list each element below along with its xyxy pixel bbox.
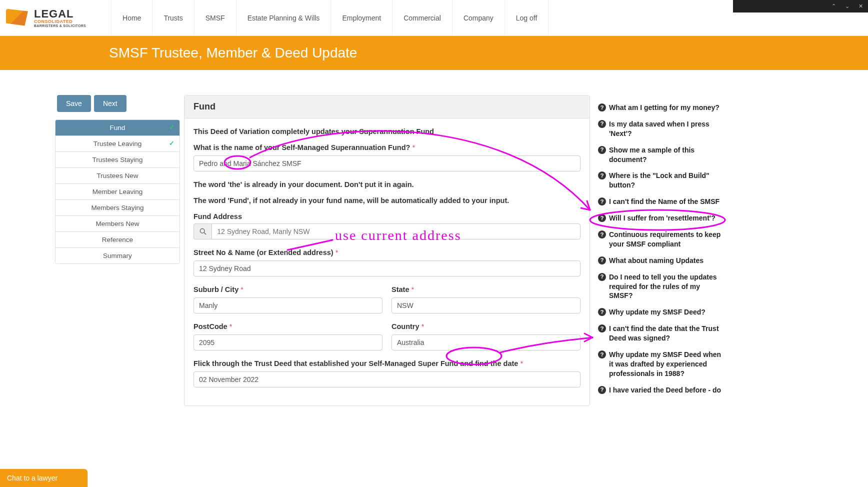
state-input[interactable] [392, 298, 580, 314]
nav-smsf[interactable]: SMSF [194, 0, 236, 36]
date-input[interactable] [194, 372, 580, 388]
question-icon: ? [598, 104, 606, 112]
find-close-icon[interactable]: ✕ [858, 3, 863, 10]
faq-sidebar: ?What am I getting for my money??Is my d… [598, 95, 726, 402]
brand-line2: BARRISTERS & SOLICITORS [34, 24, 86, 28]
postcode-label: PostCode * [194, 322, 382, 330]
nav-company[interactable]: Company [452, 0, 504, 36]
faq-text: I can't find the Name of the SMSF [609, 197, 720, 206]
question-icon: ? [598, 214, 606, 222]
faq-item-9[interactable]: ?Why update my SMSF Deed? [598, 308, 726, 317]
faq-text: Why update my SMSF Deed? [609, 308, 706, 317]
browser-find-overlay: ⌃ ⌄ ✕ [733, 0, 868, 12]
step-trustees-new[interactable]: Trustees New [56, 168, 180, 184]
intro-text: This Deed of Variation completely update… [194, 128, 580, 136]
street-label: Street No & Name (or Extended address) * [194, 248, 580, 256]
find-next-icon[interactable]: ⌄ [845, 3, 850, 10]
step-member-leaving[interactable]: Member Leaving [56, 184, 180, 200]
question-icon: ? [598, 120, 606, 128]
fund-name-input[interactable] [194, 156, 580, 172]
faq-item-0[interactable]: ?What am I getting for my money? [598, 103, 726, 112]
step-list: Fund✓Trustee Leaving✓Trustees StayingTru… [55, 120, 180, 264]
logo-icon [5, 8, 30, 28]
address-search-input[interactable] [212, 224, 580, 240]
step-summary[interactable]: Summary [56, 248, 180, 264]
nav-employment[interactable]: Employment [330, 0, 392, 36]
question-icon: ? [598, 350, 606, 358]
step-members-staying[interactable]: Members Staying [56, 200, 180, 216]
faq-text: Do I need to tell you the updates requir… [609, 272, 726, 301]
question-icon: ? [598, 386, 606, 394]
faq-text: Where is the "Lock and Build" button? [609, 171, 726, 190]
check-icon: ✓ [169, 140, 174, 147]
faq-text: I can't find the date that the Trust Dee… [609, 324, 726, 343]
fund-address-label: Fund Address [194, 212, 580, 220]
faq-item-8[interactable]: ?Do I need to tell you the updates requi… [598, 272, 726, 301]
date-label: Flick through the Trust Deed that establ… [194, 360, 580, 368]
question-icon: ? [598, 324, 606, 332]
suburb-label: Suburb / City * [194, 286, 382, 294]
question-icon: ? [598, 230, 606, 238]
fund-name-label: What is the name of your Self-Managed Su… [194, 144, 580, 152]
faq-item-3[interactable]: ?Where is the "Lock and Build" button? [598, 171, 726, 190]
faq-item-10[interactable]: ?I can't find the date that the Trust De… [598, 324, 726, 343]
faq-text: What about naming Updates [609, 256, 704, 266]
find-prev-icon[interactable]: ⌃ [832, 3, 836, 10]
step-trustee-leaving[interactable]: Trustee Leaving✓ [56, 136, 180, 152]
question-icon: ? [598, 256, 606, 264]
street-input[interactable] [194, 260, 580, 276]
page-banner: SMSF Trustee, Member & Deed Update [0, 36, 868, 70]
faq-text: I have varied the Deed before - do [609, 386, 721, 395]
faq-item-4[interactable]: ?I can't find the Name of the SMSF [598, 197, 726, 206]
step-fund[interactable]: Fund✓ [56, 120, 180, 136]
faq-item-2[interactable]: ?Show me a sample of this document? [598, 146, 726, 164]
question-icon: ? [598, 198, 606, 206]
faq-item-6[interactable]: ?Continuous requirements to keep your SM… [598, 230, 726, 249]
step-members-new[interactable]: Members New [56, 216, 180, 232]
nav-logoff[interactable]: Log off [504, 0, 549, 36]
nav-estate[interactable]: Estate Planning & Wills [236, 0, 331, 36]
svg-line-1 [204, 232, 206, 234]
note-fund: The word 'Fund', if not already in your … [194, 196, 580, 204]
faq-text: Continuous requirements to keep your SMS… [609, 230, 726, 249]
logo[interactable]: LEGAL CONSOLIDATED BARRISTERS & SOLICITO… [5, 8, 96, 28]
nav-home[interactable]: Home [111, 0, 152, 36]
question-icon: ? [598, 146, 606, 154]
page-title: SMSF Trustee, Member & Deed Update [109, 45, 868, 61]
faq-item-5[interactable]: ?Will I suffer from 'resettlement'? [598, 214, 726, 223]
svg-point-0 [200, 228, 204, 233]
brand-name: LEGAL [34, 8, 86, 20]
panel-title: Fund [184, 96, 590, 118]
faq-text: Show me a sample of this document? [609, 146, 726, 164]
faq-item-11[interactable]: ?Why update my SMSF Deed when it was dra… [598, 350, 726, 378]
question-icon: ? [598, 273, 606, 281]
step-reference[interactable]: Reference [56, 232, 180, 248]
note-the: The word 'the' is already in your docume… [194, 180, 580, 188]
faq-item-12[interactable]: ?I have varied the Deed before - do [598, 386, 726, 395]
form-panel: Fund This Deed of Variation completely u… [184, 95, 590, 406]
nav-trusts[interactable]: Trusts [152, 0, 194, 36]
faq-text: Why update my SMSF Deed when it was draf… [609, 350, 726, 378]
next-button[interactable]: Next [94, 95, 126, 112]
faq-text: Will I suffer from 'resettlement'? [609, 214, 716, 223]
step-trustees-staying[interactable]: Trustees Staying [56, 152, 180, 168]
check-icon: ✓ [169, 124, 174, 131]
question-icon: ? [598, 172, 606, 180]
state-label: State * [392, 286, 580, 294]
save-button[interactable]: Save [57, 95, 91, 112]
postcode-input[interactable] [194, 334, 382, 350]
faq-text: Is my data saved when I press 'Next'? [609, 120, 726, 138]
search-icon [200, 228, 206, 235]
nav-commercial[interactable]: Commercial [392, 0, 452, 36]
faq-item-7[interactable]: ?What about naming Updates [598, 256, 726, 266]
faq-text: What am I getting for my money? [609, 103, 720, 112]
address-search-button[interactable] [194, 224, 212, 240]
country-input[interactable] [392, 334, 580, 350]
country-label: Country * [392, 322, 580, 330]
main-nav: Home Trusts SMSF Estate Planning & Wills… [111, 0, 548, 36]
question-icon: ? [598, 308, 606, 316]
brand-line1: CONSOLIDATED [34, 20, 86, 24]
suburb-input[interactable] [194, 298, 382, 314]
faq-item-1[interactable]: ?Is my data saved when I press 'Next'? [598, 120, 726, 138]
